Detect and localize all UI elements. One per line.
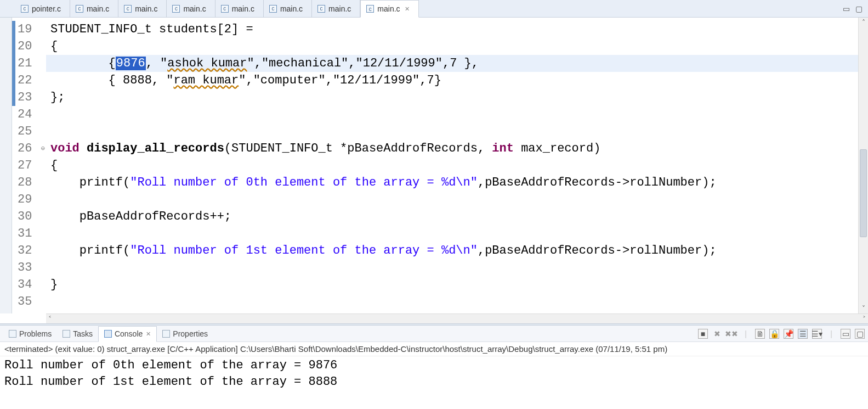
c-file-icon: c: [76, 5, 83, 13]
code-line: { 8888, "ram kumar","computer","12/11/19…: [46, 72, 858, 89]
c-file-icon: c: [124, 5, 132, 13]
line-number: 24: [12, 106, 46, 123]
tab-main-c-2[interactable]: cmain.c: [118, 0, 167, 17]
editor-left-margin: [0, 18, 12, 313]
scroll-right-icon[interactable]: ˃: [863, 315, 866, 323]
console-line: Roll number of 1st element of the array …: [4, 374, 864, 390]
editor-tab-bar: cpointer.c cmain.c cmain.c cmain.c cmain…: [0, 0, 868, 18]
tab-properties[interactable]: Properties: [157, 326, 213, 341]
line-number: 30: [12, 208, 46, 225]
tab-problems[interactable]: Problems: [3, 326, 57, 341]
line-number: 22: [12, 72, 46, 89]
code-editor[interactable]: STUDENT_INFO_t students[2] = { {9876, "a…: [46, 18, 858, 313]
c-file-icon: c: [269, 5, 277, 13]
fold-toggle-icon[interactable]: ⊖: [41, 140, 45, 157]
close-icon[interactable]: ✕: [405, 5, 410, 13]
c-file-icon: c: [317, 5, 325, 13]
tab-main-c-3[interactable]: cmain.c: [167, 0, 215, 17]
display-selected-icon[interactable]: ☰: [798, 329, 808, 339]
console-icon: [104, 330, 112, 338]
line-number: 35: [12, 293, 46, 310]
console-output[interactable]: Roll number of 0th element of the array …: [0, 356, 868, 409]
line-number: 25: [12, 123, 46, 140]
problems-icon: [9, 330, 16, 338]
tab-main-c-active[interactable]: cmain.c✕: [360, 0, 418, 18]
maximize-icon[interactable]: ▢: [855, 4, 863, 13]
tab-main-c-6[interactable]: cmain.c: [312, 0, 360, 17]
tab-label: main.c: [328, 4, 351, 13]
clear-console-icon[interactable]: 🗎: [755, 329, 765, 339]
tab-label: main.c: [183, 4, 206, 13]
tab-label: pointer.c: [32, 4, 61, 13]
code-line: {: [46, 157, 858, 174]
close-icon[interactable]: ✕: [146, 330, 151, 338]
scrollbar-thumb[interactable]: [860, 149, 867, 237]
console-toolbar: ■ ✖ ✖✖ | 🗎 🔒 📌 ☰ ☰▾ | ▭ ▢: [698, 329, 868, 339]
open-console-icon[interactable]: ☰▾: [812, 329, 822, 339]
scroll-down-icon[interactable]: ˅: [859, 305, 868, 312]
tab-console[interactable]: Console✕: [98, 326, 157, 342]
code-line: [46, 259, 858, 276]
line-number: 19: [12, 21, 46, 38]
code-line: [46, 225, 858, 242]
tab-main-c-5[interactable]: cmain.c: [264, 0, 312, 17]
console-process-label: <terminated> (exit value: 0) struct_arra…: [0, 342, 868, 356]
pin-console-icon[interactable]: 📌: [784, 329, 793, 339]
terminate-icon[interactable]: ■: [698, 329, 708, 339]
code-line: void display_all_records(STUDENT_INFO_t …: [46, 140, 858, 157]
c-file-icon: c: [221, 5, 229, 13]
tab-label: main.c: [232, 4, 254, 13]
vertical-scrollbar[interactable]: ˄ ˅: [858, 18, 868, 313]
tab-label: main.c: [87, 4, 109, 13]
tab-pointer-c[interactable]: cpointer.c: [15, 0, 70, 17]
line-number: 20: [12, 38, 46, 55]
minimize-panel-icon[interactable]: ▭: [841, 329, 850, 339]
code-line: STUDENT_INFO_t students[2] =: [46, 21, 858, 38]
code-line: {: [46, 38, 858, 55]
code-line: [46, 293, 858, 310]
c-file-icon: c: [172, 5, 180, 13]
horizontal-scrollbar[interactable]: ˂ ˃: [46, 313, 868, 323]
scroll-lock-icon[interactable]: 🔒: [769, 329, 779, 339]
text-selection: 9876: [116, 57, 146, 70]
tab-label: main.c: [135, 4, 157, 13]
bottom-panel: Problems Tasks Console✕ Properties ■ ✖ ✖…: [0, 326, 868, 409]
line-number: 29: [12, 191, 46, 208]
code-line: printf("Roll number of 0th element of th…: [46, 174, 858, 191]
line-number: 31: [12, 225, 46, 242]
tab-main-c-1[interactable]: cmain.c: [70, 0, 118, 17]
remove-terminated-icon[interactable]: ✖: [712, 329, 722, 339]
editor-area: 19 20 21 22 23 24 25 26⊖ 27 28 29 30 31 …: [0, 18, 868, 313]
tab-tasks[interactable]: Tasks: [57, 326, 98, 341]
code-line: pBaseAddrofRecords++;: [46, 208, 858, 225]
remove-all-terminated-icon[interactable]: ✖✖: [727, 329, 736, 339]
line-number-gutter: 19 20 21 22 23 24 25 26⊖ 27 28 29 30 31 …: [12, 18, 46, 313]
line-number: 26⊖: [12, 140, 46, 157]
scroll-up-icon[interactable]: ˄: [859, 19, 868, 26]
line-number: 23: [12, 89, 46, 106]
tab-label: main.c: [280, 4, 303, 13]
c-file-icon: c: [21, 5, 29, 13]
line-number: 33: [12, 259, 46, 276]
tab-toolbar: ▭ ▢: [843, 0, 868, 17]
tab-label: main.c: [377, 4, 400, 13]
scroll-left-icon[interactable]: ˂: [48, 315, 52, 323]
bottom-tab-bar: Problems Tasks Console✕ Properties ■ ✖ ✖…: [0, 326, 868, 342]
tab-main-c-4[interactable]: cmain.c: [215, 0, 264, 17]
code-line: }: [46, 276, 858, 293]
code-line: [46, 123, 858, 140]
console-line: Roll number of 0th element of the array …: [4, 357, 864, 374]
tasks-icon: [63, 330, 70, 338]
c-file-icon: c: [366, 5, 374, 13]
line-number: 27: [12, 157, 46, 174]
code-line: {9876, "ashok kumar","mechanical","12/11…: [46, 55, 858, 72]
properties-icon: [162, 330, 170, 338]
minimize-icon[interactable]: ▭: [843, 4, 850, 13]
line-number: 28: [12, 174, 46, 191]
maximize-panel-icon[interactable]: ▢: [855, 329, 865, 339]
line-number: 32: [12, 242, 46, 259]
line-number: 34: [12, 276, 46, 293]
code-line: [46, 106, 858, 123]
code-line: printf("Roll number of 1st element of th…: [46, 242, 858, 259]
code-line: };: [46, 89, 858, 106]
